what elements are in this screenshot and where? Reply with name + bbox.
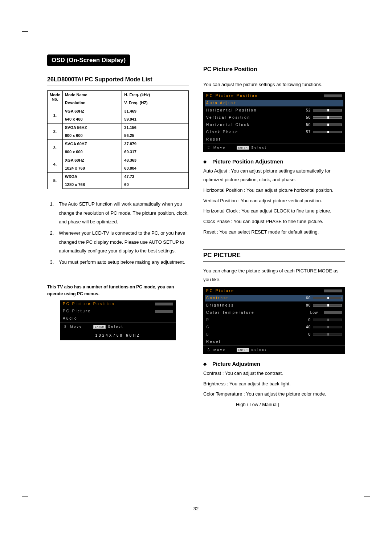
osd-value: Low bbox=[310, 311, 320, 315]
th-modename: Mode Name bbox=[62, 91, 122, 99]
mode-no: 1. bbox=[48, 107, 63, 123]
osd-value: 50 bbox=[303, 116, 313, 119]
desc-line: Color Temperature : You can adjust the p… bbox=[203, 390, 345, 399]
desc-line: Reset : You can select RESET mode for de… bbox=[203, 228, 345, 237]
slider-icon bbox=[313, 116, 342, 119]
osd-item: Contrast bbox=[206, 296, 303, 300]
osd-endcap-icon bbox=[324, 289, 342, 292]
slider-icon bbox=[313, 304, 342, 307]
slider-icon bbox=[313, 319, 342, 321]
mode-v: 59.941 bbox=[122, 115, 189, 123]
slider-icon bbox=[313, 123, 342, 126]
osd-item: B bbox=[206, 333, 303, 336]
osd-value: 0 bbox=[303, 333, 313, 336]
desc-line: Contrast : You can adjust the contrast. bbox=[203, 369, 345, 378]
mode-table: ModeNo. Mode Name H. Freq. (kHz) Resolut… bbox=[47, 90, 189, 189]
slider-icon bbox=[313, 131, 342, 133]
mode-res: 800 x 600 bbox=[62, 131, 122, 140]
slider-icon bbox=[313, 297, 342, 299]
pc-picture-intro: You can change the picture settings of e… bbox=[203, 267, 345, 284]
mode-v: 60 bbox=[122, 181, 189, 189]
osd-value: 50 bbox=[303, 123, 313, 127]
osd-value: 40 bbox=[303, 325, 313, 329]
notes-list: The Auto SETUP function will work automa… bbox=[47, 200, 189, 267]
osd-endcap-icon bbox=[155, 310, 173, 313]
desc-line: Vertical Position : You can adjust pictu… bbox=[203, 197, 345, 206]
osd-item: Reset bbox=[206, 138, 342, 141]
updown-icon bbox=[64, 325, 68, 329]
th-mode: ModeNo. bbox=[48, 91, 63, 107]
slider-icon bbox=[313, 326, 342, 328]
osd-title: PC Picture Position bbox=[63, 302, 115, 306]
mode-no: 4. bbox=[48, 156, 63, 173]
mode-name: WXGA bbox=[62, 173, 122, 181]
osd-hint-move: Move bbox=[213, 348, 226, 352]
osd-item: Clock Phase bbox=[206, 130, 303, 134]
desc-subline: High / Low / Manual) bbox=[203, 400, 345, 409]
mode-no: 5. bbox=[48, 173, 63, 189]
updown-icon bbox=[207, 146, 211, 150]
osd-endcap-icon bbox=[324, 94, 342, 97]
picture-adjust-heading: Picture Adjustmen bbox=[203, 361, 345, 367]
crop-mark bbox=[22, 31, 28, 47]
bold-note: This TV also has a number of functions o… bbox=[47, 284, 189, 297]
osd-menu-position: PC Picture Position Auto Adjust Horizont… bbox=[203, 92, 345, 152]
mode-no: 2. bbox=[48, 123, 63, 140]
pc-picture-heading: PC PICTURE bbox=[203, 252, 345, 259]
note-item: The Auto SETUP function will work automa… bbox=[55, 200, 189, 227]
mode-name: VGA 60HZ bbox=[62, 107, 122, 116]
mode-res: 1024 x 768 bbox=[62, 164, 122, 173]
th-vfreq: V. Freq. (HZ) bbox=[122, 99, 189, 107]
mode-res: 800 x 600 bbox=[62, 148, 122, 156]
th-resolution: Resolution bbox=[62, 99, 122, 107]
slider-icon bbox=[313, 333, 342, 336]
mode-v: 56.25 bbox=[122, 131, 189, 140]
osd-item: Audio bbox=[63, 317, 173, 320]
divider bbox=[47, 85, 189, 85]
enter-icon: ENTER bbox=[237, 146, 249, 150]
enter-icon: ENTER bbox=[93, 325, 106, 329]
mode-no: 3. bbox=[48, 140, 63, 156]
mode-name: XGA 60HZ bbox=[62, 156, 122, 165]
osd-hint-move: Move bbox=[70, 325, 82, 328]
desc-line: Clock Phase : You can adjust PHASE to fi… bbox=[203, 217, 345, 226]
osd-item: Auto Adjust bbox=[206, 101, 342, 105]
divider bbox=[203, 75, 345, 75]
osd-value: 52 bbox=[303, 109, 313, 112]
osd-endcap-icon bbox=[324, 311, 342, 314]
osd-value: 60 bbox=[303, 296, 313, 300]
enter-icon: ENTER bbox=[237, 348, 249, 352]
divider bbox=[203, 261, 345, 262]
desc-line: Auto Adjust : You can adjust picture set… bbox=[203, 167, 345, 185]
osd-item: Vertical Position bbox=[206, 116, 303, 119]
mode-h: 37.879 bbox=[122, 140, 189, 148]
osd-item: R bbox=[206, 318, 303, 322]
osd-hint-move: Move bbox=[213, 146, 226, 149]
mode-h: 48.363 bbox=[122, 156, 189, 165]
crop-mark bbox=[22, 481, 28, 497]
pc-position-heading: PC Picture Position bbox=[203, 66, 345, 73]
mode-v: 60.004 bbox=[122, 164, 189, 173]
desc-line: Horizontal Clock : You can adjust CLOCK … bbox=[203, 207, 345, 216]
mode-res: 1280 x 768 bbox=[62, 181, 122, 189]
divider bbox=[203, 249, 345, 250]
mode-h: 31.469 bbox=[122, 107, 189, 116]
slider-icon bbox=[313, 109, 342, 112]
right-column: PC Picture Position You can adjust the p… bbox=[203, 54, 345, 497]
osd-title: PC Picture Position bbox=[206, 94, 258, 98]
desc-line: Brightness : You can adjust the back lig… bbox=[203, 380, 345, 389]
mode-h: 47.73 bbox=[122, 173, 189, 181]
osd-title: PC Picture bbox=[206, 289, 234, 293]
th-hfreq: H. Freq. (kHz) bbox=[122, 91, 189, 99]
crop-mark bbox=[364, 481, 370, 497]
mode-v: 60.317 bbox=[122, 148, 189, 156]
osd-item: Brightness bbox=[206, 304, 303, 307]
osd-item: G bbox=[206, 325, 303, 329]
osd-hint-select: Select bbox=[108, 325, 123, 328]
pc-position-intro: You can adjust the picture settings as f… bbox=[203, 80, 345, 89]
osd-value: 57 bbox=[303, 130, 313, 134]
osd-menu-picture: PC Picture Contrast60 Brightness80 Color… bbox=[203, 287, 345, 354]
osd-menu-main: PC Picture Position PC Picture Audio Mov… bbox=[60, 300, 176, 340]
section-tab: OSD (On-Screen Display) bbox=[47, 54, 130, 66]
mode-name: SVGA 60HZ bbox=[62, 140, 122, 148]
